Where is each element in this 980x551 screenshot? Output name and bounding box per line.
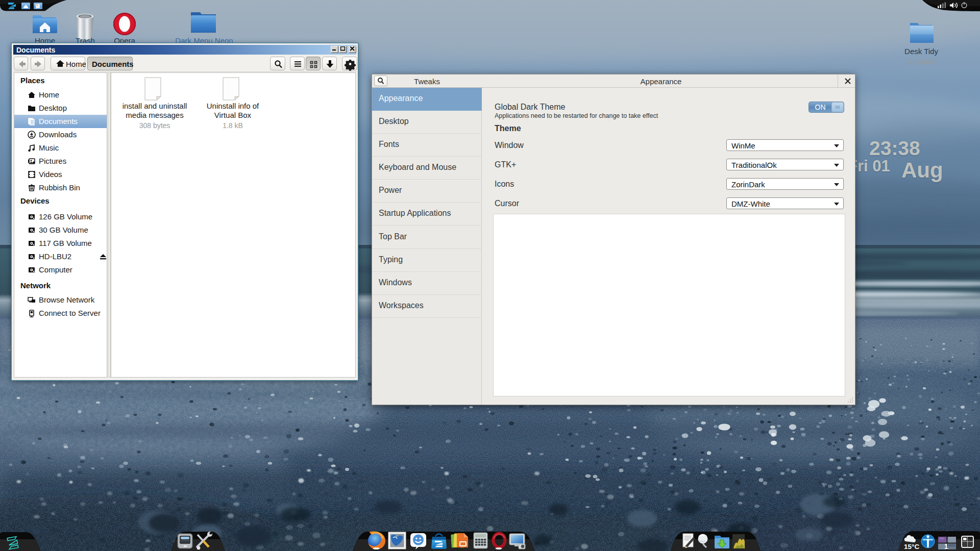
svg-text:Documents: Documents [92,60,133,68]
svg-text:15°C: 15°C [904,543,919,550]
svg-text:ON: ON [815,103,826,111]
svg-text:Home: Home [66,60,86,68]
svg-text:1: 1 [944,542,948,550]
